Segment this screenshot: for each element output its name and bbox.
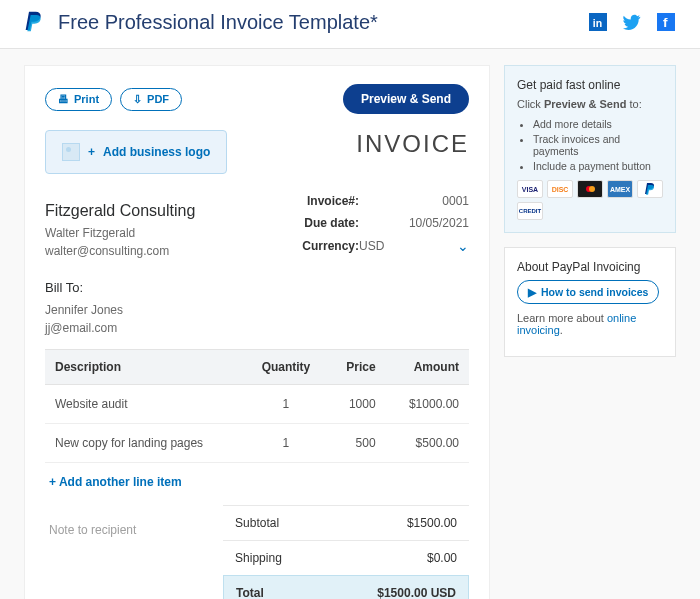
due-date-value[interactable]: 10/05/2021 [359,216,469,230]
cell-qty: 1 [245,424,327,463]
bill-to-block: Bill To: Jennifer Jones jj@email.com [45,280,469,335]
visa-icon: VISA [517,180,543,198]
about-title: About PayPal Invoicing [517,260,663,274]
fast-title: Get paid fast online [517,78,663,92]
col-description: Description [45,350,245,385]
toolbar-left: 🖶 Print ⇩ PDF [45,88,182,111]
company-contact: Walter Fitzgerald [45,226,227,240]
mastercard-icon [577,180,603,198]
table-row[interactable]: New copy for landing pages 1 500 $500.00 [45,424,469,463]
invoice-header-right: INVOICE Invoice#: 0001 Due date: 10/05/2… [269,130,469,262]
totals-column: Subtotal $1500.00 Shipping $0.00 Total $… [223,505,469,599]
add-logo-label: Add business logo [103,145,210,159]
chevron-down-icon: ⌄ [457,238,469,254]
col-amount: Amount [386,350,469,385]
sidebar: Get paid fast online Click Preview & Sen… [504,65,676,599]
invoice-number-row: Invoice#: 0001 [269,194,469,208]
due-date-row: Due date: 10/05/2021 [269,216,469,230]
image-placeholder-icon [62,143,80,161]
cell-amount: $500.00 [386,424,469,463]
pdf-label: PDF [147,93,169,105]
facebook-icon[interactable]: f [656,12,676,32]
fast-list: Add more details Track invoices and paym… [517,118,663,172]
total-value: $1500.00 USD [377,586,456,599]
bill-to-name[interactable]: Jennifer Jones [45,303,469,317]
svg-text:f: f [663,15,668,30]
total-row: Total $1500.00 USD [223,575,469,599]
company-name: Fitzgerald Consulting [45,202,227,220]
print-button[interactable]: 🖶 Print [45,88,112,111]
content-area: 🖶 Print ⇩ PDF Preview & Send + Add busin… [0,49,700,599]
line-items-table: Description Quantity Price Amount Websit… [45,349,469,463]
invoice-toolbar: 🖶 Print ⇩ PDF Preview & Send [45,84,469,114]
currency-select[interactable]: USD ⌄ [359,238,469,254]
company-email: walter@consulting.com [45,244,227,258]
add-line-item-button[interactable]: + Add another line item [45,463,469,501]
get-paid-fast-card: Get paid fast online Click Preview & Sen… [504,65,676,233]
company-block: Fitzgerald Consulting Walter Fitzgerald … [45,202,227,258]
totals-section: Note to recipient Subtotal $1500.00 Ship… [45,505,469,599]
subtotal-label: Subtotal [235,516,279,530]
invoice-header-left: + Add business logo Fitzgerald Consultin… [45,130,227,262]
list-item: Include a payment button [533,160,663,172]
col-price: Price [327,350,386,385]
invoice-card: 🖶 Print ⇩ PDF Preview & Send + Add busin… [24,65,490,599]
page-title: Free Professional Invoice Template* [58,11,378,34]
discover-icon: DISC [547,180,573,198]
print-label: Print [74,93,99,105]
due-date-label: Due date: [269,216,359,230]
about-invoicing-card: About PayPal Invoicing ▶ How to send inv… [504,247,676,357]
invoice-number-value[interactable]: 0001 [359,194,469,208]
currency-value: USD [359,239,384,253]
total-label: Total [236,586,264,599]
shipping-value: $0.00 [427,551,457,565]
learn-more-text: Learn more about online invoicing. [517,312,663,336]
cell-desc: New copy for landing pages [45,424,245,463]
shipping-label: Shipping [235,551,282,565]
bill-to-email[interactable]: jj@email.com [45,321,469,335]
currency-label: Currency: [269,239,359,253]
add-line-label: Add another line item [59,475,182,489]
add-business-logo-button[interactable]: + Add business logo [45,130,227,174]
currency-row: Currency: USD ⌄ [269,238,469,254]
play-icon: ▶ [528,286,536,298]
invoice-heading: INVOICE [269,130,469,158]
paypal-icon [637,180,663,198]
invoice-header-row: + Add business logo Fitzgerald Consultin… [45,130,469,262]
top-header: Free Professional Invoice Template* in f [0,0,700,49]
header-left: Free Professional Invoice Template* [24,10,378,34]
preview-send-button[interactable]: Preview & Send [343,84,469,114]
svg-text:in: in [593,17,602,29]
cell-amount: $1000.00 [386,385,469,424]
paypal-credit-icon: CREDIT [517,202,543,220]
subtotal-value: $1500.00 [407,516,457,530]
download-icon: ⇩ [133,93,142,106]
col-quantity: Quantity [245,350,327,385]
cell-price: 500 [327,424,386,463]
paypal-logo-icon [24,10,44,34]
how-to-send-label: How to send invoices [541,286,648,298]
how-to-send-button[interactable]: ▶ How to send invoices [517,280,659,304]
linkedin-icon[interactable]: in [588,12,608,32]
cell-qty: 1 [245,385,327,424]
cell-price: 1000 [327,385,386,424]
fast-subtitle: Click Preview & Send to: [517,98,663,110]
list-item: Track invoices and payments [533,133,663,157]
note-to-recipient-input[interactable]: Note to recipient [45,505,223,599]
table-row[interactable]: Website audit 1 1000 $1000.00 [45,385,469,424]
shipping-row: Shipping $0.00 [223,540,469,575]
social-links: in f [588,12,676,32]
amex-icon: AMEX [607,180,633,198]
payment-method-icons: VISA DISC AMEX CREDIT [517,180,663,220]
pdf-button[interactable]: ⇩ PDF [120,88,182,111]
print-icon: 🖶 [58,93,69,105]
list-item: Add more details [533,118,663,130]
invoice-number-label: Invoice#: [269,194,359,208]
subtotal-row: Subtotal $1500.00 [223,505,469,540]
twitter-icon[interactable] [622,12,642,32]
cell-desc: Website audit [45,385,245,424]
bill-to-heading: Bill To: [45,280,469,295]
